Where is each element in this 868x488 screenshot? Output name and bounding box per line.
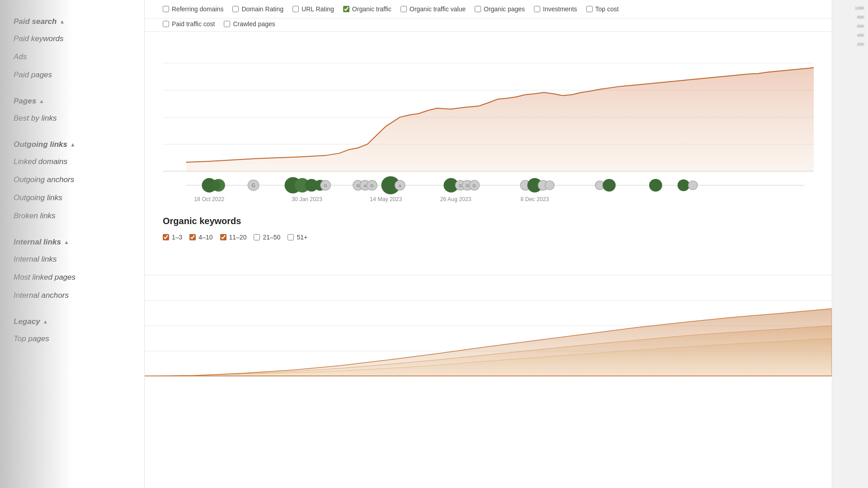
sidebar-section-title-text-4: Legacy	[14, 317, 40, 326]
right-panel: 100K 80K 60K 40K 20K	[832, 0, 868, 488]
timeline-dot	[603, 179, 616, 192]
filter-label-organic-traffic-value: Organic traffic value	[410, 5, 466, 13]
svg-text:G: G	[324, 183, 327, 188]
sidebar-item-2-3[interactable]: Broken links	[0, 207, 144, 225]
organic-traffic-chart-area: G G G a G	[145, 32, 832, 208]
right-panel-item-4: 40K	[835, 32, 866, 39]
filter-label-domain-rating: Domain Rating	[241, 5, 283, 13]
sidebar-section-1[interactable]: Pages ▲	[0, 89, 144, 109]
timeline-dot	[688, 181, 698, 190]
chart-area-fill	[186, 68, 814, 171]
organic-traffic-chart	[163, 36, 814, 172]
main-content: Referring domains Domain Rating URL Rati…	[145, 0, 832, 488]
right-panel-item-2: 80K	[835, 14, 866, 21]
keyword-filter-21-50[interactable]: 21–50	[254, 234, 280, 241]
svg-text:G: G	[473, 183, 476, 188]
sidebar-section-arrow-0: ▲	[59, 19, 65, 25]
timeline-dot	[649, 179, 662, 192]
filter-label-referring-domains: Referring domains	[172, 5, 223, 13]
filter-label-paid-traffic: Paid traffic cost	[172, 20, 215, 28]
sidebar-section-title-text-0: Paid search	[14, 17, 57, 26]
timeline-label: 26 Aug 2023	[440, 196, 471, 202]
keyword-filter-label-4-10: 4–10	[198, 234, 212, 241]
filter-paid-traffic[interactable]: Paid traffic cost	[163, 20, 215, 28]
sidebar: Paid search ▲Paid keywordsAdsPaid pagesP…	[0, 0, 145, 488]
filter-row-1: Referring domains Domain Rating URL Rati…	[145, 0, 832, 19]
sidebar-section-title-text-2: Outgoing links	[14, 140, 67, 149]
keyword-filter-row: 1–3 4–10 11–20 21–50 51+	[145, 231, 832, 245]
sidebar-section-arrow-4: ▲	[43, 319, 48, 325]
organic-keywords-svg	[145, 250, 832, 376]
right-panel-item-3: 60K	[835, 23, 866, 30]
keyword-filter-label-1-3: 1–3	[172, 234, 182, 241]
filter-domain-rating[interactable]: Domain Rating	[232, 5, 283, 13]
timeline-svg: G G G a G	[163, 172, 814, 208]
sidebar-item-2-2[interactable]: Outgoing links	[0, 189, 144, 207]
sidebar-section-title-text-1: Pages	[14, 97, 36, 106]
chart-layer-1	[145, 309, 832, 376]
keyword-filter-1-3[interactable]: 1–3	[163, 234, 182, 241]
sidebar-section-0[interactable]: Paid search ▲	[0, 9, 144, 30]
sidebar-section-arrow-2: ▲	[70, 141, 75, 148]
filter-organic-traffic-value[interactable]: Organic traffic value	[401, 5, 466, 13]
timeline-label: 30 Jan 2023	[292, 196, 322, 202]
filter-label-top-cost: Top cost	[595, 5, 619, 13]
filter-label-organic-traffic: Organic traffic	[352, 5, 392, 13]
organic-keywords-title: Organic keywords	[145, 208, 832, 231]
sidebar-section-2[interactable]: Outgoing links ▲	[0, 132, 144, 153]
filter-label-crawled-pages: Crawled pages	[233, 20, 275, 28]
filter-row-2: Paid traffic cost Crawled pages	[145, 19, 832, 32]
svg-text:G: G	[459, 183, 462, 188]
sidebar-item-3-0[interactable]: Internal links	[0, 250, 144, 268]
filter-label-investments: Investments	[543, 5, 577, 13]
keyword-filter-11-20[interactable]: 11–20	[220, 234, 247, 241]
sidebar-section-4[interactable]: Legacy ▲	[0, 309, 144, 330]
filter-label-url-rating: URL Rating	[302, 5, 334, 13]
sidebar-item-1-0[interactable]: Best by links	[0, 109, 144, 127]
timeline-dot	[678, 179, 690, 191]
filter-organic-traffic[interactable]: Organic traffic	[343, 5, 392, 13]
sidebar-item-3-2[interactable]: Internal anchors	[0, 286, 144, 305]
keyword-filter-label-11-20: 11–20	[229, 234, 247, 241]
sidebar-section-arrow-3: ▲	[64, 239, 69, 245]
keyword-filter-label-21-50: 21–50	[263, 234, 280, 241]
right-panel-item-5: 20K	[835, 41, 866, 48]
sidebar-section-arrow-1: ▲	[39, 98, 44, 104]
filter-crawled-pages[interactable]: Crawled pages	[224, 20, 275, 28]
filter-referring-domains[interactable]: Referring domains	[163, 5, 223, 13]
timeline-container: G G G a G	[163, 172, 814, 208]
svg-text:G: G	[466, 183, 469, 188]
svg-text:G: G	[252, 183, 255, 188]
sidebar-item-2-0[interactable]: Linked domains	[0, 153, 144, 171]
keyword-filter-4-10[interactable]: 4–10	[189, 234, 212, 241]
sidebar-section-3[interactable]: Internal links ▲	[0, 230, 144, 250]
organic-traffic-svg	[163, 36, 814, 171]
keyword-filter-51plus[interactable]: 51+	[288, 234, 307, 241]
filter-url-rating[interactable]: URL Rating	[292, 5, 334, 13]
sidebar-item-0-0[interactable]: Paid keywords	[0, 30, 144, 48]
filter-top-cost[interactable]: Top cost	[586, 5, 619, 13]
sidebar-item-4-0[interactable]: Top pages	[0, 330, 144, 348]
timeline-dot	[545, 181, 554, 190]
organic-keywords-chart	[145, 250, 832, 376]
svg-text:a: a	[364, 183, 367, 188]
sidebar-item-2-1[interactable]: Outgoing anchors	[0, 171, 144, 189]
timeline-label: 18 Oct 2022	[194, 196, 224, 202]
svg-text:G: G	[356, 183, 359, 188]
keyword-filter-label-51plus: 51+	[297, 234, 307, 241]
sidebar-item-0-1[interactable]: Ads	[0, 48, 144, 66]
sidebar-item-3-1[interactable]: Most linked pages	[0, 268, 144, 286]
svg-text:G: G	[370, 183, 373, 188]
sidebar-item-0-2[interactable]: Paid pages	[0, 66, 144, 84]
sidebar-section-title-text-3: Internal links	[14, 238, 61, 247]
organic-keywords-section: Organic keywords 1–3 4–10 11–20 21–50	[145, 208, 832, 376]
svg-text:a: a	[399, 183, 401, 188]
timeline-label: 14 May 2023	[370, 196, 402, 202]
filter-investments[interactable]: Investments	[534, 5, 577, 13]
filter-label-organic-pages: Organic pages	[484, 5, 525, 13]
right-panel-item-1: 100K	[835, 5, 866, 12]
timeline-dot	[209, 180, 221, 191]
timeline-label: 8 Dec 2023	[520, 196, 549, 202]
filter-organic-pages[interactable]: Organic pages	[475, 5, 525, 13]
